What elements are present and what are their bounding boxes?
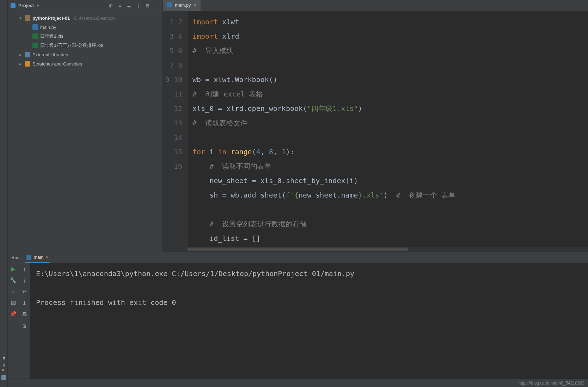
python-file-icon [167,2,172,7]
python-file-icon [32,24,38,30]
run-tab-main[interactable]: main × [25,252,50,263]
ext-lib-label: External Libraries [32,52,68,57]
run-toolbar-secondary: ↑ ↓ ↩ ⤓ 🖶 🗑 [19,263,30,379]
scratches-icon [25,61,30,67]
structure-rail-label[interactable]: Structure [1,353,6,373]
editor-area: main.py × 1 2 3 4 5 6 7 8 9 10 11 12 13 … [163,0,588,252]
run-tab-label: main [33,255,43,260]
up-arrow-icon[interactable]: ↑ [22,266,28,272]
scratches-label: Scratches and Consoles [32,61,82,67]
chevron-right-icon[interactable]: ▸ [18,61,23,67]
locate-icon[interactable]: ⊕ [108,2,114,9]
print-icon[interactable]: 🖶 [22,311,28,317]
tree-file[interactable]: main.py [8,23,163,32]
settings-icon[interactable]: ⚙ [144,2,151,9]
libraries-icon [25,52,30,57]
run-header: Run: main × [8,252,588,263]
divider-icon: | [135,2,141,9]
status-bar: https://blog.csdn.net/m0_54218263 [8,379,588,387]
run-console[interactable]: E:\Users\1\anaconda3\python.exe C:/Users… [30,263,588,379]
xls-file-icon [32,43,38,48]
project-view-icon [11,3,16,8]
scroll-to-end-icon[interactable]: ⤓ [22,300,28,306]
run-header-label: Run: [11,255,21,260]
tree-file[interactable]: 四年级1.xls [8,32,163,41]
expand-all-icon[interactable]: ≡ [117,2,123,9]
code-content[interactable]: import xlwt import xlrd # 导入模块 wb = xlwt… [188,11,588,252]
structure-rail-icon[interactable] [1,375,6,380]
file-name: 四年级1.xls [40,33,63,39]
left-tool-rail: Project [0,0,8,387]
chevron-down-icon[interactable]: ▾ [18,15,23,21]
pin-icon[interactable]: 📌 [10,311,17,317]
project-header-title[interactable]: Project [18,3,34,8]
line-gutter: 1 2 3 4 5 6 7 8 9 10 11 12 13 14 15 16 [163,11,188,252]
xls-file-icon [32,33,38,39]
project-rail-label[interactable]: Project [1,10,6,26]
file-name: 四年级1-五至八班-分数排序.xls [40,42,103,49]
rerun-icon[interactable]: ▶ [10,266,17,272]
project-header: Project ▾ ⊕ ≡ ≣ | ⚙ — [8,0,163,11]
minimize-icon[interactable]: — [153,2,160,9]
project-tree: ▾ pythonProject-01 C:\Users\1\Desktop\ m… [8,11,163,70]
wrench-icon[interactable]: 🔧 [10,277,17,283]
stop-icon[interactable]: ■ [10,288,17,295]
console-line: Process finished with exit code 0 [36,298,176,307]
console-line: E:\Users\1\anaconda3\python.exe C:/Users… [36,269,354,278]
editor-tab-main[interactable]: main.py × [163,0,201,11]
collapse-all-icon[interactable]: ≣ [126,2,132,9]
down-arrow-icon[interactable]: ↓ [22,277,28,283]
root-name: pythonProject-01 [32,15,70,21]
python-file-icon [26,255,31,260]
code-editor[interactable]: 1 2 3 4 5 6 7 8 9 10 11 12 13 14 15 16 i… [163,11,588,252]
tree-scratches[interactable]: ▸ Scratches and Consoles [8,59,163,68]
editor-tabs: main.py × [163,0,588,11]
tree-ext-libs[interactable]: ▸ External Libraries [8,50,163,59]
layout-icon[interactable]: ▤ [10,300,17,306]
close-icon[interactable]: × [194,2,197,8]
folder-icon [25,15,30,21]
root-path: C:\Users\1\Desktop\ [74,15,115,21]
tree-root[interactable]: ▾ pythonProject-01 C:\Users\1\Desktop\ [8,13,163,23]
chevron-right-icon[interactable]: ▸ [18,52,23,57]
file-name: main.py [40,25,56,30]
run-tool-window: Run: main × ▶ 🔧 ■ ▤ 📌 ↑ ↓ ↩ ⤓ 🖶 🗑 [8,252,588,379]
trash-icon[interactable]: 🗑 [22,322,28,329]
editor-tab-label: main.py [175,2,191,8]
project-tool-window: Project ▾ ⊕ ≡ ≣ | ⚙ — ▾ pythonProject-01… [8,0,163,252]
close-icon[interactable]: × [46,255,49,260]
project-dropdown-icon[interactable]: ▾ [37,3,39,8]
editor-horizontal-scrollbar[interactable] [188,247,588,252]
soft-wrap-icon[interactable]: ↩ [22,288,28,295]
project-rail-icon[interactable] [1,3,6,8]
tree-file[interactable]: 四年级1-五至八班-分数排序.xls [8,41,163,50]
status-right-text: https://blog.csdn.net/m0_54218263 [519,381,584,386]
run-toolbar-primary: ▶ 🔧 ■ ▤ 📌 [8,263,19,379]
